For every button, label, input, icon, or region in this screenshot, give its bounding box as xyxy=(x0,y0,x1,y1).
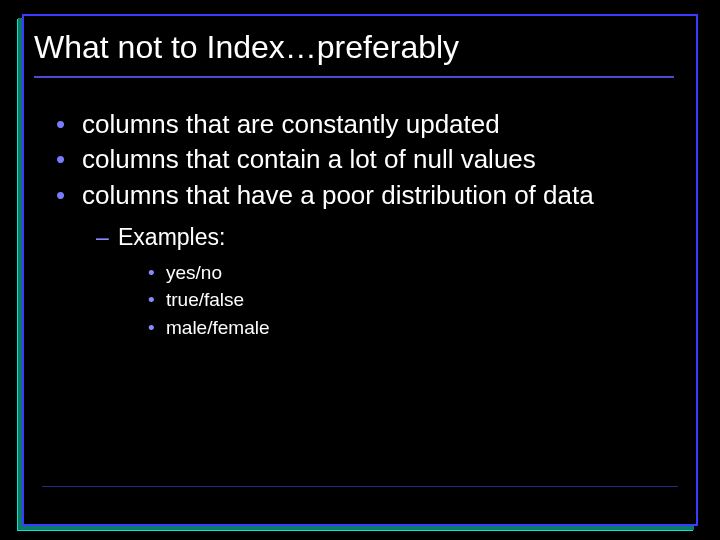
sub-item: Examples: yes/no true/false male/female xyxy=(94,222,662,342)
example-list: yes/no true/false male/female xyxy=(146,259,662,342)
example-item: true/false xyxy=(146,286,662,314)
bullet-item: columns that are constantly updated xyxy=(52,108,662,141)
example-item: male/female xyxy=(146,314,662,342)
bullet-item: columns that contain a lot of null value… xyxy=(52,143,662,176)
bullet-list: columns that are constantly updated colu… xyxy=(52,108,662,341)
sub-list: Examples: yes/no true/false male/female xyxy=(94,222,662,342)
title-block: What not to Index…preferably xyxy=(34,28,674,78)
slide-frame: What not to Index…preferably columns tha… xyxy=(22,14,698,526)
sub-label: Examples: xyxy=(118,224,225,250)
example-item: yes/no xyxy=(146,259,662,287)
title-underline xyxy=(34,76,674,78)
slide-content: columns that are constantly updated colu… xyxy=(52,108,662,343)
footer-rule xyxy=(42,486,678,487)
bullet-text: columns that have a poor distribution of… xyxy=(82,180,594,210)
bullet-item: columns that have a poor distribution of… xyxy=(52,179,662,342)
slide-title: What not to Index…preferably xyxy=(34,28,674,76)
